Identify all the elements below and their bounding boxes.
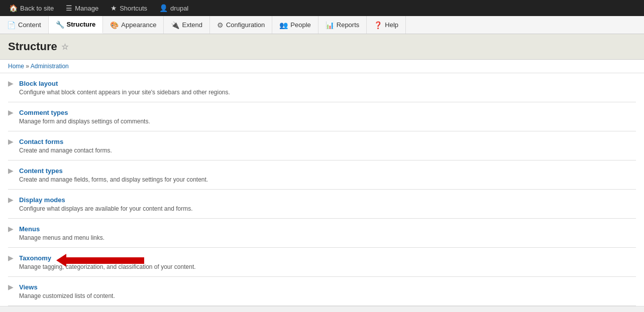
section-display-modes: ▶ Display modes Configure what displays … — [8, 190, 636, 219]
toggle-contact-forms[interactable]: ▶ — [8, 137, 16, 145]
link-contact-forms[interactable]: Contact forms — [19, 138, 63, 145]
section-block-layout: ▶ Block layout Configure what block cont… — [8, 73, 636, 102]
desc-views: Manage customized lists of content. — [19, 292, 636, 299]
desc-content-types: Create and manage fields, forms, and dis… — [19, 176, 636, 183]
page-header: Structure ☆ — [0, 34, 644, 60]
section-header-comment-types: ▶ Comment types — [8, 108, 636, 116]
appearance-icon: 🎨 — [110, 21, 119, 29]
reports-icon: 📊 — [326, 21, 334, 29]
toggle-views[interactable]: ▶ — [8, 283, 16, 291]
section-taxonomy: ▶ Taxonomy Manage tagging, categorizatio… — [8, 248, 636, 277]
toggle-display-modes[interactable]: ▶ — [8, 196, 16, 204]
scrollbar[interactable] — [0, 306, 644, 312]
section-header-views: ▶ Views — [8, 283, 636, 291]
breadcrumb: Home » Administration — [0, 60, 644, 73]
section-header-menus: ▶ Menus — [8, 225, 636, 233]
link-block-layout[interactable]: Block layout — [19, 80, 58, 87]
link-display-modes[interactable]: Display modes — [19, 196, 65, 204]
nav-extend[interactable]: 🔌 Extend — [164, 16, 209, 34]
nav-reports[interactable]: 📊 Reports — [318, 16, 367, 34]
section-contact-forms: ▶ Contact forms Create and manage contac… — [8, 131, 636, 161]
shortcuts-menu[interactable]: ★ Shortcuts — [105, 2, 152, 14]
nav-help[interactable]: ❓ Help — [367, 16, 406, 34]
section-menus: ▶ Menus Manage menus and menu links. — [8, 219, 636, 248]
content-area: ▶ Block layout Configure what block cont… — [0, 73, 644, 306]
config-icon: ⚙ — [217, 21, 224, 29]
section-header-taxonomy: ▶ Taxonomy — [8, 254, 636, 262]
link-views[interactable]: Views — [19, 283, 38, 291]
favorite-icon[interactable]: ☆ — [61, 42, 68, 52]
extend-icon: 🔌 — [171, 21, 179, 29]
menu-icon: ☰ — [66, 4, 72, 12]
section-header-content-types: ▶ Content types — [8, 167, 636, 175]
section-views: ▶ Views Manage customized lists of conte… — [8, 277, 636, 306]
section-header-contact-forms: ▶ Contact forms — [8, 137, 636, 145]
primary-nav: 📄 Content 🔧 Structure 🎨 Appearance 🔌 Ext… — [0, 16, 644, 34]
page-title: Structure ☆ — [8, 40, 636, 53]
content-icon: 📄 — [7, 21, 16, 29]
nav-people[interactable]: 👥 People — [272, 16, 318, 34]
section-header-block-layout: ▶ Block layout — [8, 79, 636, 87]
desc-block-layout: Configure what block content appears in … — [19, 89, 636, 96]
nav-content[interactable]: 📄 Content — [0, 16, 49, 34]
link-content-types[interactable]: Content types — [19, 167, 63, 175]
link-taxonomy[interactable]: Taxonomy — [19, 254, 51, 262]
breadcrumb-home[interactable]: Home — [8, 63, 24, 70]
desc-menus: Manage menus and menu links. — [19, 234, 636, 241]
toggle-block-layout[interactable]: ▶ — [8, 79, 16, 87]
toggle-menus[interactable]: ▶ — [8, 225, 16, 233]
structure-icon: 🔧 — [56, 21, 64, 29]
link-menus[interactable]: Menus — [19, 225, 40, 233]
home-icon: 🏠 — [9, 4, 18, 12]
nav-structure[interactable]: 🔧 Structure — [49, 16, 103, 34]
people-icon: 👥 — [279, 21, 288, 29]
help-icon: ❓ — [374, 21, 382, 29]
toggle-comment-types[interactable]: ▶ — [8, 108, 16, 116]
section-content-types: ▶ Content types Create and manage fields… — [8, 161, 636, 190]
desc-contact-forms: Create and manage contact forms. — [19, 147, 636, 154]
section-comment-types: ▶ Comment types Manage form and displays… — [8, 102, 636, 131]
desc-comment-types: Manage form and displays settings of com… — [19, 118, 636, 125]
star-icon: ★ — [111, 4, 117, 12]
toggle-content-types[interactable]: ▶ — [8, 167, 16, 175]
admin-bar: 🏠 Back to site ☰ Manage ★ Shortcuts 👤 dr… — [0, 0, 644, 16]
section-header-display-modes: ▶ Display modes — [8, 196, 636, 204]
link-comment-types[interactable]: Comment types — [19, 109, 68, 116]
user-icon: 👤 — [159, 4, 168, 12]
desc-display-modes: Configure what displays are available fo… — [19, 205, 636, 212]
nav-configuration[interactable]: ⚙ Configuration — [210, 16, 272, 34]
toggle-taxonomy[interactable]: ▶ — [8, 254, 16, 262]
user-menu[interactable]: 👤 drupal — [154, 2, 193, 14]
back-to-site[interactable]: 🏠 Back to site — [4, 2, 59, 14]
nav-appearance[interactable]: 🎨 Appearance — [103, 16, 164, 34]
breadcrumb-admin[interactable]: Administration — [31, 63, 69, 70]
manage-menu[interactable]: ☰ Manage — [61, 2, 103, 14]
